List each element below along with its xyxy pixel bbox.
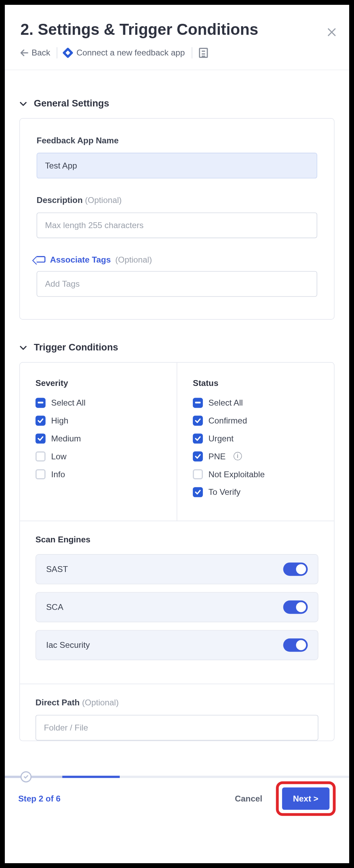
trigger-conditions-panel: Severity Select AllHighMediumLowInfo Sta… bbox=[19, 362, 334, 741]
next-button-highlight: Next > bbox=[276, 781, 336, 816]
checkbox-label: Medium bbox=[51, 433, 81, 443]
engine-label: Iac Security bbox=[46, 640, 90, 650]
checkbox-icon bbox=[35, 433, 45, 443]
associate-tags-label: Associate Tags (Optional) bbox=[37, 255, 317, 264]
trigger-conditions-title: Trigger Conditions bbox=[34, 342, 118, 353]
severity-info[interactable]: Info bbox=[35, 469, 161, 479]
back-label: Back bbox=[32, 49, 50, 57]
checkbox-label: Low bbox=[51, 451, 66, 461]
checkbox-icon bbox=[193, 451, 203, 461]
status-urgent[interactable]: Urgent bbox=[193, 433, 319, 443]
severity-low[interactable]: Low bbox=[35, 451, 161, 461]
checkbox-label: Select All bbox=[208, 398, 243, 408]
checkbox-label: To Verify bbox=[208, 487, 240, 497]
engine-label: SCA bbox=[46, 602, 63, 612]
info-icon[interactable]: i bbox=[233, 452, 242, 460]
scan-engines-heading: Scan Engines bbox=[35, 534, 318, 544]
general-settings-panel: Feedback App Name Description (Optional)… bbox=[19, 118, 334, 319]
engine-toggle[interactable] bbox=[283, 562, 308, 576]
status-to-verify[interactable]: To Verify bbox=[193, 487, 319, 497]
engine-label: SAST bbox=[46, 564, 68, 574]
wizard-footer: Step 2 of 6 Cancel Next > bbox=[5, 778, 349, 819]
page-title: 2. Settings & Trigger Conditions bbox=[20, 20, 333, 39]
engine-row-iac-security: Iac Security bbox=[35, 630, 318, 660]
separator bbox=[191, 47, 192, 58]
app-name-input[interactable] bbox=[37, 153, 317, 178]
checkbox-label: High bbox=[51, 416, 68, 425]
engine-row-sast: SAST bbox=[35, 554, 318, 584]
scan-engines-section: Scan Engines SASTSCAIac Security bbox=[20, 520, 334, 683]
engine-toggle[interactable] bbox=[283, 638, 308, 652]
direct-path-section: Direct Path (Optional) bbox=[20, 683, 334, 740]
status-select-all[interactable]: Select All bbox=[193, 398, 319, 408]
diamond-icon bbox=[63, 47, 74, 58]
status-heading: Status bbox=[193, 378, 319, 388]
connect-label: Connect a new feedback app bbox=[76, 49, 185, 57]
next-button[interactable]: Next > bbox=[282, 787, 329, 810]
step-indicator: Step 2 of 6 bbox=[18, 794, 235, 803]
severity-medium[interactable]: Medium bbox=[35, 433, 161, 443]
engine-row-sca: SCA bbox=[35, 592, 318, 622]
checkbox-icon bbox=[193, 398, 203, 408]
checkbox-icon bbox=[35, 416, 45, 426]
app-name-label: Feedback App Name bbox=[37, 135, 317, 145]
cancel-button[interactable]: Cancel bbox=[235, 794, 262, 803]
general-settings-toggle[interactable]: General Settings bbox=[19, 98, 334, 109]
checkbox-label: Select All bbox=[51, 398, 85, 408]
separator bbox=[57, 47, 58, 58]
chevron-down-icon bbox=[19, 100, 27, 108]
checkbox-icon bbox=[193, 487, 203, 497]
severity-column: Severity Select AllHighMediumLowInfo bbox=[20, 362, 177, 520]
document-icon[interactable] bbox=[199, 48, 208, 58]
checkbox-icon bbox=[35, 469, 45, 479]
general-settings-title: General Settings bbox=[34, 98, 109, 109]
tags-input[interactable] bbox=[37, 271, 317, 297]
checkbox-label: Not Exploitable bbox=[208, 469, 264, 479]
checkbox-label: PNE bbox=[208, 451, 226, 461]
checkbox-label: Urgent bbox=[208, 433, 233, 443]
description-label: Description (Optional) bbox=[37, 195, 317, 205]
connect-feedback-link[interactable]: Connect a new feedback app bbox=[64, 49, 185, 57]
direct-path-input[interactable] bbox=[35, 715, 318, 741]
checkbox-label: Confirmed bbox=[208, 416, 247, 425]
chevron-down-icon bbox=[19, 344, 27, 351]
checkbox-icon bbox=[193, 469, 203, 479]
description-input[interactable] bbox=[37, 212, 317, 238]
status-pne[interactable]: PNEi bbox=[193, 451, 319, 461]
checkbox-label: Info bbox=[51, 469, 65, 479]
severity-select-all[interactable]: Select All bbox=[35, 398, 161, 408]
direct-path-label: Direct Path (Optional) bbox=[35, 697, 318, 707]
trigger-conditions-toggle[interactable]: Trigger Conditions bbox=[19, 342, 334, 353]
checkbox-icon bbox=[35, 398, 45, 408]
status-confirmed[interactable]: Confirmed bbox=[193, 416, 319, 426]
severity-heading: Severity bbox=[35, 378, 161, 388]
severity-high[interactable]: High bbox=[35, 416, 161, 426]
tag-icon bbox=[37, 256, 45, 263]
close-icon[interactable] bbox=[327, 27, 337, 37]
checkbox-icon bbox=[35, 451, 45, 461]
checkbox-icon bbox=[193, 433, 203, 443]
back-button[interactable]: Back bbox=[20, 49, 50, 57]
breadcrumb: Back Connect a new feedback app bbox=[20, 47, 333, 58]
checkbox-icon bbox=[193, 416, 203, 426]
status-not-exploitable[interactable]: Not Exploitable bbox=[193, 469, 319, 479]
engine-toggle[interactable] bbox=[283, 600, 308, 614]
status-column: Status Select AllConfirmedUrgentPNEiNot … bbox=[177, 362, 334, 520]
